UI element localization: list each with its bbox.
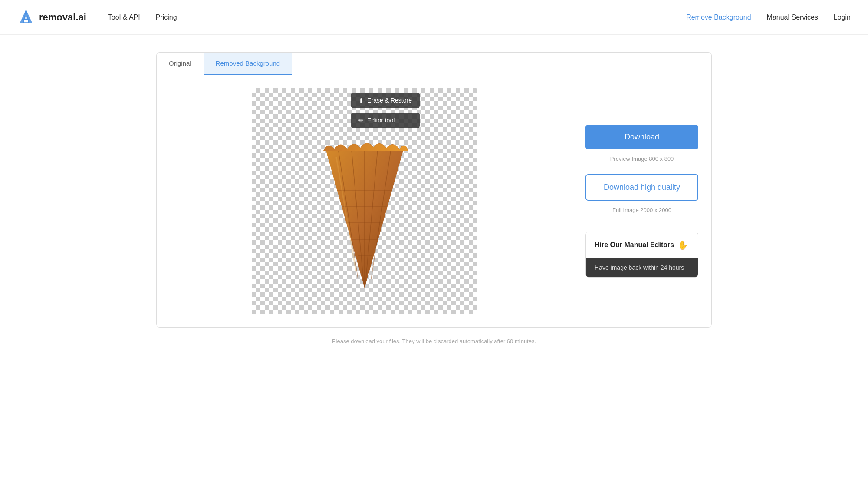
download-hq-button[interactable]: Download high quality bbox=[585, 174, 698, 201]
editor-tool-label: Editor tool bbox=[367, 117, 395, 124]
nav-tool-api[interactable]: Tool & API bbox=[108, 13, 140, 21]
download-button[interactable]: Download bbox=[585, 125, 698, 149]
main-content: Original Removed Background ⬆ Erase & Re… bbox=[130, 35, 738, 372]
logo-text: removal.ai bbox=[39, 12, 86, 23]
erase-restore-button[interactable]: ⬆ Erase & Restore bbox=[351, 93, 420, 108]
card-body: ⬆ Erase & Restore ✏ Editor tool bbox=[157, 75, 711, 327]
preview-info: Preview Image 800 x 800 bbox=[610, 156, 674, 162]
footer-note: Please download your files. They will be… bbox=[156, 328, 712, 355]
upload-icon: ⬆ bbox=[358, 97, 364, 104]
actions-area: Download Preview Image 800 x 800 Downloa… bbox=[572, 75, 711, 327]
tabs: Original Removed Background bbox=[157, 53, 711, 75]
image-area: ⬆ Erase & Restore ✏ Editor tool bbox=[157, 75, 572, 327]
float-buttons: ⬆ Erase & Restore ✏ Editor tool bbox=[351, 93, 420, 128]
nav-pricing[interactable]: Pricing bbox=[156, 13, 177, 21]
header: removal.ai Tool & API Pricing Remove Bac… bbox=[0, 0, 868, 35]
editor-tool-button[interactable]: ✏ Editor tool bbox=[351, 113, 420, 128]
hire-card-top: Hire Our Manual Editors ✋ bbox=[586, 232, 698, 258]
nav-remove-bg[interactable]: Remove Background bbox=[686, 13, 751, 21]
hire-card[interactable]: Hire Our Manual Editors ✋ Have image bac… bbox=[585, 232, 698, 278]
tab-removed-bg[interactable]: Removed Background bbox=[204, 53, 292, 75]
hire-title: Hire Our Manual Editors bbox=[595, 241, 674, 249]
tab-original[interactable]: Original bbox=[157, 53, 204, 75]
nav-login[interactable]: Login bbox=[834, 13, 851, 21]
full-info: Full Image 2000 x 2000 bbox=[612, 207, 671, 213]
header-right: Remove Background Manual Services Login bbox=[686, 13, 851, 21]
logo-icon bbox=[17, 8, 35, 27]
nav-manual-services[interactable]: Manual Services bbox=[767, 13, 818, 21]
hire-card-bottom: Have image back within 24 hours bbox=[586, 258, 698, 277]
ice-cream-image bbox=[312, 106, 417, 297]
logo-area: removal.ai bbox=[17, 8, 86, 27]
result-card: Original Removed Background ⬆ Erase & Re… bbox=[156, 52, 712, 328]
editor-icon: ✏ bbox=[358, 117, 364, 124]
main-nav: Tool & API Pricing bbox=[108, 13, 686, 21]
erase-restore-label: Erase & Restore bbox=[367, 97, 412, 104]
hand-emoji: ✋ bbox=[677, 240, 688, 250]
